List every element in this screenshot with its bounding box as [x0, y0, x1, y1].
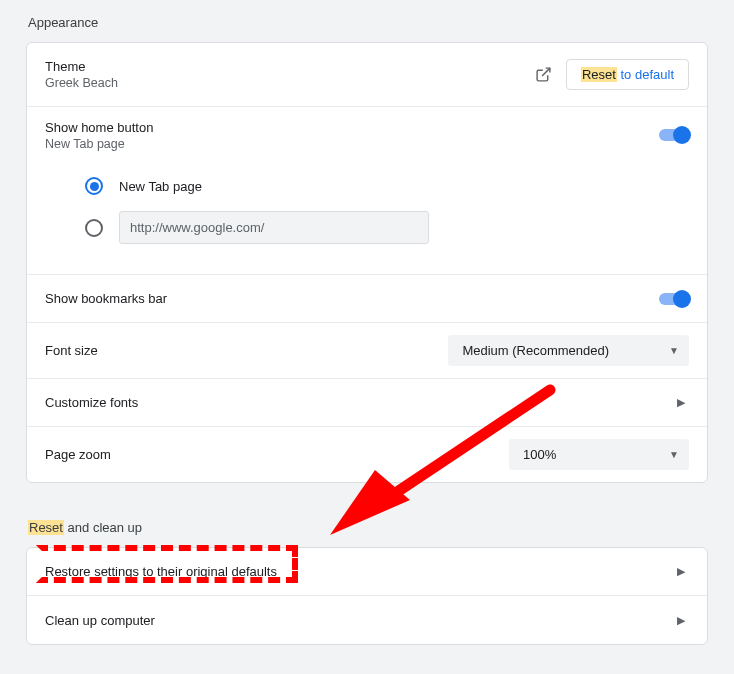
bookmarks-toggle[interactable]: [659, 293, 689, 305]
toggle-knob: [673, 290, 691, 308]
theme-label: Theme: [45, 59, 118, 74]
bookmarks-row: Show bookmarks bar: [27, 275, 707, 323]
home-toggle[interactable]: [659, 129, 689, 141]
theme-label-stack: Theme Greek Beach: [45, 59, 118, 90]
cleanup-label: Clean up computer: [45, 613, 155, 628]
customize-fonts-row[interactable]: Customize fonts ▶: [27, 379, 707, 427]
chevron-right-icon: ▶: [677, 396, 689, 409]
reset-card: Restore settings to their original defau…: [26, 547, 708, 645]
radio-icon-unselected[interactable]: [85, 219, 103, 237]
appearance-card: Theme Greek Beach Reset to default Show …: [26, 42, 708, 483]
home-radio-block: New Tab page: [27, 169, 707, 275]
theme-value: Greek Beach: [45, 76, 118, 90]
theme-row: Theme Greek Beach Reset to default: [27, 43, 707, 107]
reset-section-title: Reset and clean up: [28, 520, 708, 535]
home-radio-url[interactable]: [45, 203, 689, 252]
chevron-right-icon: ▶: [677, 614, 689, 627]
caret-down-icon: ▼: [669, 449, 679, 460]
font-size-value: Medium (Recommended): [462, 343, 609, 358]
page-zoom-dropdown[interactable]: 100% ▼: [509, 439, 689, 470]
page-zoom-row: Page zoom 100% ▼: [27, 427, 707, 482]
home-url-input[interactable]: [119, 211, 429, 244]
restore-settings-row[interactable]: Restore settings to their original defau…: [27, 548, 707, 596]
cleanup-computer-row[interactable]: Clean up computer ▶: [27, 596, 707, 644]
home-button-row: Show home button New Tab page: [27, 107, 707, 155]
radio-icon-selected[interactable]: [85, 177, 103, 195]
reset-highlight: Reset: [581, 67, 617, 82]
theme-controls: Reset to default: [535, 59, 689, 90]
page-zoom-value: 100%: [523, 447, 556, 462]
reset-suffix: to default: [617, 67, 674, 82]
page-zoom-label: Page zoom: [45, 447, 111, 462]
home-radio-newtab[interactable]: New Tab page: [45, 169, 689, 203]
bookmarks-label: Show bookmarks bar: [45, 291, 167, 306]
toggle-knob: [673, 126, 691, 144]
reset-title-suffix: and clean up: [64, 520, 142, 535]
font-size-label: Font size: [45, 343, 98, 358]
appearance-section-title: Appearance: [28, 15, 708, 30]
chevron-right-icon: ▶: [677, 565, 689, 578]
home-label-stack: Show home button New Tab page: [45, 120, 153, 151]
restore-settings-label: Restore settings to their original defau…: [45, 564, 277, 579]
reset-to-default-button[interactable]: Reset to default: [566, 59, 689, 90]
home-sub: New Tab page: [45, 137, 153, 151]
caret-down-icon: ▼: [669, 345, 679, 356]
reset-title-highlight: Reset: [28, 520, 64, 535]
home-label: Show home button: [45, 120, 153, 135]
font-size-dropdown[interactable]: Medium (Recommended) ▼: [448, 335, 689, 366]
radio-label-newtab: New Tab page: [119, 179, 202, 194]
font-size-row: Font size Medium (Recommended) ▼: [27, 323, 707, 379]
customize-fonts-label: Customize fonts: [45, 395, 138, 410]
open-in-new-icon[interactable]: [535, 66, 552, 83]
